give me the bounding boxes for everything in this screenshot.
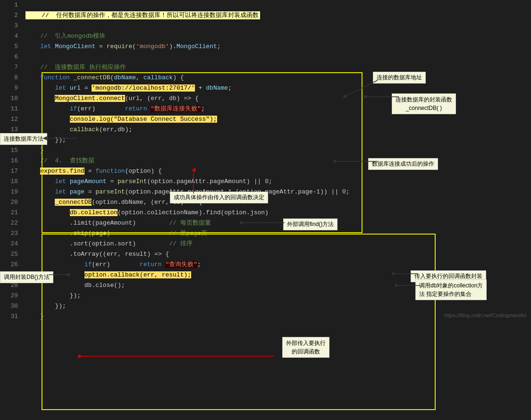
code-line-4: 4 // 引入mongodb模块	[0, 31, 531, 42]
code-line-5: 5 let MongoClient = require('mongodb').M…	[0, 42, 531, 52]
code-line-14: 14 });	[0, 135, 531, 145]
code-line-2: 2 // 任何数据库的操作，都是先连接数据库！所以可以将连接数据库封装成函数	[0, 10, 531, 21]
arrow-external-callback	[76, 330, 283, 368]
code-line-1: 1	[0, 0, 531, 10]
code-line-23: 23 .skip(page) // 第page页	[0, 228, 531, 239]
code-line-22: 22 .limit(pageAmount) // 每页数据量	[0, 218, 531, 228]
annotation-connect-address: 连接的数据库地址	[373, 72, 426, 84]
annotation-call-db: 调用封装DB()方法	[0, 271, 53, 283]
code-line-26: 26 if(err) return "查询失败";	[0, 260, 531, 270]
code-line-21: 21 db.collection(option.collectionName).…	[0, 208, 531, 218]
annotation-encapsulate-fn: 连接数据库的封装函数_connectDB( )	[392, 93, 456, 114]
code-line-24: 24 .sort(option.sort) // 排序	[0, 239, 531, 249]
watermark: https://blog.csdn.net/CodingmaniAri	[444, 312, 526, 318]
code-line-12: 12 console.log("Database Connect Success…	[0, 114, 531, 125]
code-line-13: 13 callback(err,db);	[0, 125, 531, 135]
annotation-success-detail: 成功具体操作由传入的回调函数决定	[170, 192, 268, 203]
code-line-18: 18 let pageAmount = parseInt(option.page…	[0, 176, 531, 187]
code-line-17: 17 exports.find = function(option) {	[0, 166, 531, 176]
code-line-15: 15 }	[0, 145, 531, 156]
annotation-db-collection: 调用db对象的collection方法 指定要操作的集合	[415, 279, 487, 300]
code-line-9: 9 let url = 'mongodb://localhost:27017/'…	[0, 83, 531, 93]
annotation-find-method: 外部调用find()方法	[283, 218, 337, 230]
code-line-3: 3	[0, 21, 531, 31]
code-line-16: 16 // 4. 查找数据	[0, 156, 531, 166]
code-line-8: 8 function _connectDB(dbName, callback) …	[0, 73, 531, 83]
code-line-30: 30 });	[0, 301, 531, 311]
code-line-7: 7 // 连接数据库 执行相应操作	[0, 62, 531, 73]
code-line-25: 25 .toArray((err, result) => {	[0, 249, 531, 260]
code-line-6: 6	[0, 52, 531, 62]
annotation-connect-method: 连接数据库方法	[0, 133, 47, 145]
annotation-external-callback: 外部传入要执行的回调函数	[282, 337, 329, 358]
annotation-success-op: 数据库连接成功后的操作	[368, 158, 438, 170]
code-editor: 1 2 // 任何数据库的操作，都是先连接数据库！所以可以将连接数据库封装成函数…	[0, 0, 531, 322]
